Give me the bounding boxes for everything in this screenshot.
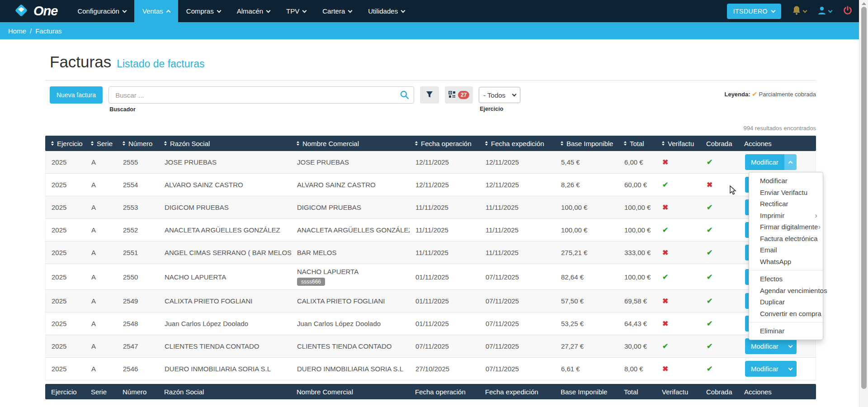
nav-item-tpv[interactable]: TPV (278, 0, 314, 22)
column-header-comercial[interactable]: Nombre Comercial (291, 140, 409, 147)
nombre-comercial-text: DIGICOM PRUEBAS (297, 204, 361, 211)
nav-item-label: TPV (286, 7, 299, 15)
column-header-base[interactable]: Base Imponible (555, 140, 618, 147)
column-header-fecha_expedicion[interactable]: Fecha expedición (479, 140, 555, 147)
sort-icon (662, 141, 665, 146)
user-menu[interactable] (817, 6, 832, 17)
cell-numero: 2550 (117, 273, 159, 281)
filter-button[interactable] (420, 86, 439, 104)
new-invoice-button[interactable]: Nueva factura (50, 86, 103, 104)
column-label: Cobrada (706, 388, 732, 396)
menu-item-factura-electronica[interactable]: Factura electrónica (749, 233, 823, 245)
cell-verifactu: ✖ (656, 364, 701, 373)
breadcrumb-home[interactable]: Home (8, 27, 26, 35)
modify-button[interactable]: Modificar (745, 361, 797, 377)
menu-item-email[interactable]: Email (749, 244, 823, 256)
column-header-comercial: Nombre Comercial (291, 388, 409, 396)
chevron-down-icon (348, 8, 353, 13)
app-logo[interactable]: One (0, 0, 69, 22)
nav-item-utilidades[interactable]: Utilidades (360, 0, 413, 22)
menu-item-agendar-vencimientos[interactable]: Agendar vencimientos (749, 285, 823, 297)
search-input[interactable] (108, 86, 414, 104)
menu-item-modificar[interactable]: Modificar (749, 175, 823, 187)
sort-icon (485, 141, 488, 146)
scrollbar-up-arrow[interactable] (862, 2, 866, 5)
menu-item-firmar-digitalmente[interactable]: Firmar digitalmente› (749, 221, 823, 233)
company-dropdown-button[interactable]: ITSDUERO (727, 4, 781, 19)
cell-nombre-comercial: ALVARO SAINZ CASTRO (291, 181, 410, 189)
cell-nombre-comercial: JOSE PRUEBAS (291, 158, 410, 166)
cell-razon-social: ALVARO SAINZ CASTRO (159, 181, 291, 189)
modify-dropdown-toggle[interactable] (784, 361, 797, 377)
chevron-down-icon (803, 8, 807, 13)
notifications-menu[interactable] (792, 5, 807, 17)
nav-item-ventas[interactable]: Ventas (134, 0, 178, 22)
column-label: Fecha expedición (491, 140, 544, 147)
cell-cobrada: ✖ (701, 180, 739, 189)
filter-icon (426, 91, 433, 99)
modify-dropdown-toggle[interactable] (784, 338, 797, 354)
cell-ejercicio: 2025 (46, 342, 85, 350)
menu-item-label: Modificar (760, 177, 788, 185)
modify-button[interactable]: Modificar (745, 154, 797, 170)
menu-item-enviar-verifactu[interactable]: Enviar Verifactu (749, 187, 823, 199)
column-header-total[interactable]: Total (618, 140, 656, 147)
cell-fecha-operacion: 01/11/2025 (410, 297, 480, 305)
menu-item-imprimir[interactable]: Imprimir› (749, 210, 823, 222)
sort-icon (164, 141, 167, 146)
cell-razon-social: JOSE PRUEBAS (159, 158, 291, 166)
column-header-total: Total (618, 388, 656, 396)
column-label: Acciones (744, 388, 772, 396)
scrollbar-thumb[interactable] (861, 7, 867, 389)
column-header-verifactu[interactable]: Verifactu (656, 140, 700, 147)
column-header-fecha_expedicion: Fecha expedición (479, 388, 555, 396)
cell-razon-social: DUERO INMOBILIARIA SORIA S.L (159, 365, 291, 373)
cell-cobrada: ✔ (701, 342, 739, 350)
menu-item-efectos[interactable]: Efectos (749, 273, 823, 285)
column-header-fecha_operacion[interactable]: Fecha operación (409, 140, 479, 147)
columns-button[interactable]: 27 (445, 86, 473, 104)
column-header-razon[interactable]: Razón Social (158, 140, 291, 147)
cell-cobrada: ✔ (701, 226, 739, 234)
menu-item-duplicar[interactable]: Duplicar (749, 296, 823, 308)
nav-item-compras[interactable]: Compras (178, 0, 229, 22)
cross-icon: ✖ (662, 320, 668, 327)
cell-fecha-operacion: 12/11/2025 (410, 181, 480, 189)
cell-base-imponible: 6,61 € (555, 365, 618, 373)
cell-cobrada: ✔ (701, 248, 739, 257)
cell-cobrada: ✔ (701, 319, 739, 328)
vertical-scrollbar[interactable] (859, 0, 868, 407)
column-header-numero[interactable]: Número (117, 140, 158, 147)
column-header-serie[interactable]: Serie (85, 140, 117, 147)
nav-item-almacen[interactable]: Almacén (229, 0, 278, 22)
sort-icon (561, 141, 563, 146)
nav-item-configuracion[interactable]: Configuración (69, 0, 134, 22)
modify-dropdown-toggle[interactable] (784, 154, 797, 170)
modify-button-label[interactable]: Modificar (745, 338, 784, 354)
cell-base-imponible: 5,45 € (555, 158, 618, 166)
search-icon[interactable] (400, 90, 409, 101)
ejercicio-select[interactable]: - Todos (479, 87, 520, 103)
column-header-ejercicio[interactable]: Ejercicio (45, 140, 85, 147)
top-navbar: One ConfiguraciónVentasComprasAlmacénTPV… (0, 0, 868, 22)
modify-button-label[interactable]: Modificar (745, 154, 784, 170)
menu-item-label: Firmar digitalmente (760, 223, 818, 231)
menu-item-label: Email (760, 246, 777, 254)
modify-button[interactable]: Modificar (745, 338, 797, 354)
modify-button-label[interactable]: Modificar (745, 361, 784, 377)
main-content: Facturas Listado de facturas Nueva factu… (45, 53, 816, 399)
submenu-arrow-icon: › (818, 223, 821, 231)
column-label: Acciones (744, 140, 772, 147)
grid-icon (448, 91, 456, 99)
cell-total: 8,00 € (618, 365, 656, 373)
menu-item-convertir-en-compra[interactable]: Convertir en compra (749, 308, 823, 320)
menu-item-eliminar[interactable]: Eliminar (749, 325, 823, 337)
breadcrumb-separator: / (30, 27, 32, 35)
nombre-comercial-text: BAR MELOS (297, 249, 337, 256)
menu-item-rectificar[interactable]: Rectificar (749, 198, 823, 210)
nav-item-cartera[interactable]: Cartera (314, 0, 360, 22)
cell-verifactu: ✖ (656, 248, 701, 257)
menu-item-whatsapp[interactable]: WhatsApp (749, 256, 823, 268)
logout-button[interactable] (843, 5, 853, 17)
bell-icon (792, 5, 801, 17)
